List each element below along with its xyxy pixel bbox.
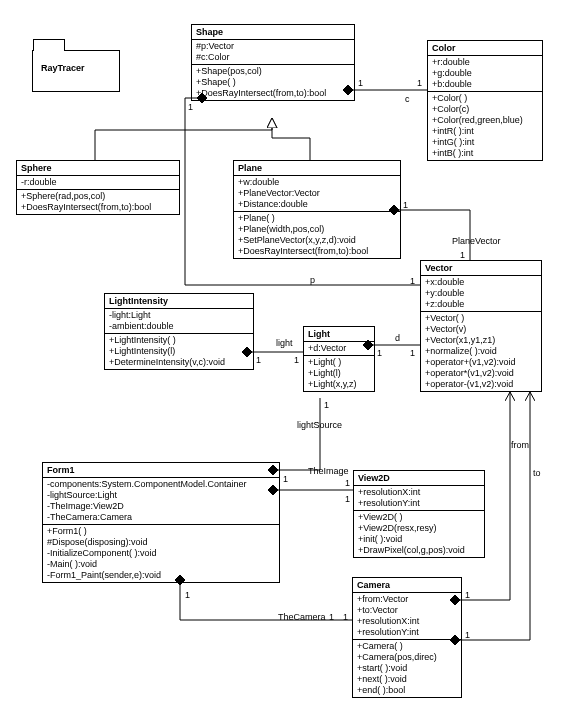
lbl-one: 1	[329, 612, 334, 622]
lbl-one: 1	[324, 400, 329, 410]
class-sphere-attrs: -r:double	[17, 176, 179, 190]
class-color: Color +r:double +g:double +b:double +Col…	[427, 40, 543, 161]
lbl-thecamera: TheCamera	[278, 612, 326, 622]
lbl-c: c	[405, 94, 410, 104]
lbl-one: 1	[465, 590, 470, 600]
class-form1-name: Form1	[43, 463, 279, 478]
class-form1-attrs: -components:System.ComponentModel.Contai…	[43, 478, 279, 525]
class-plane-attrs: +w:double +PlaneVector:Vector +Distance:…	[234, 176, 400, 212]
lbl-one: 1	[377, 348, 382, 358]
class-color-ops: +Color( ) +Color(c) +Color(red,green,blu…	[428, 92, 542, 160]
class-shape-attrs: #p:Vector #c:Color	[192, 40, 354, 65]
lbl-lightsource: lightSource	[297, 420, 342, 430]
lbl-from: from	[511, 440, 529, 450]
lbl-planevector: PlaneVector	[452, 236, 501, 246]
class-sphere-ops: +Sphere(rad,pos,col) +DoesRayIntersect(f…	[17, 190, 179, 214]
lbl-one: 1	[417, 78, 422, 88]
class-sphere: Sphere -r:double +Sphere(rad,pos,col) +D…	[16, 160, 180, 215]
class-lightintensity-attrs: -light:Light -ambient:double	[105, 309, 253, 334]
package-raytracer: RayTracer	[32, 50, 120, 92]
lbl-one: 1	[283, 474, 288, 484]
lbl-p: p	[310, 275, 315, 285]
class-form1-ops: +Form1( ) #Dispose(disposing):void -Init…	[43, 525, 279, 582]
lbl-one: 1	[410, 276, 415, 286]
lbl-one: 1	[465, 630, 470, 640]
lbl-one: 1	[345, 494, 350, 504]
class-camera: Camera +from:Vector +to:Vector +resoluti…	[352, 577, 462, 698]
lbl-theimage: TheImage	[308, 466, 349, 476]
class-view2d: View2D +resolutionX:int +resolutionY:int…	[353, 470, 485, 558]
class-lightintensity-name: LightIntensity	[105, 294, 253, 309]
lbl-one: 1	[403, 200, 408, 210]
class-camera-name: Camera	[353, 578, 461, 593]
class-sphere-name: Sphere	[17, 161, 179, 176]
lbl-one: 1	[460, 250, 465, 260]
lbl-one: 1	[358, 78, 363, 88]
class-shape-ops: +Shape(pos,col) +Shape( ) +DoesRayInters…	[192, 65, 354, 100]
class-lightintensity: LightIntensity -light:Light -ambient:dou…	[104, 293, 254, 370]
class-camera-attrs: +from:Vector +to:Vector +resolutionX:int…	[353, 593, 461, 640]
class-shape-name: Shape	[192, 25, 354, 40]
class-vector-attrs: +x:double +y:double +z:double	[421, 276, 541, 312]
lbl-light: light	[276, 338, 293, 348]
lbl-one: 1	[185, 590, 190, 600]
lbl-one: 1	[294, 355, 299, 365]
class-camera-ops: +Camera( ) +Camera(pos,direc) +start( ):…	[353, 640, 461, 697]
class-lightintensity-ops: +LightIntensity( ) +LightIntensity(l) +D…	[105, 334, 253, 369]
class-vector: Vector +x:double +y:double +z:double +Ve…	[420, 260, 542, 392]
class-light-name: Light	[304, 327, 374, 342]
class-light-ops: +Light( ) +Light(l) +Light(x,y,z)	[304, 356, 374, 391]
class-color-attrs: +r:double +g:double +b:double	[428, 56, 542, 92]
lbl-one: 1	[256, 355, 261, 365]
class-vector-ops: +Vector( ) +Vector(v) +Vector(x1,y1,z1) …	[421, 312, 541, 391]
lbl-one: 1	[188, 102, 193, 112]
class-form1: Form1 -components:System.ComponentModel.…	[42, 462, 280, 583]
lbl-one: 1	[345, 478, 350, 488]
class-vector-name: Vector	[421, 261, 541, 276]
package-tab	[33, 39, 65, 51]
class-light: Light +d:Vector +Light( ) +Light(l) +Lig…	[303, 326, 375, 392]
class-color-name: Color	[428, 41, 542, 56]
package-name: RayTracer	[33, 51, 119, 85]
class-plane-ops: +Plane( ) +Plane(width,pos,col) +SetPlan…	[234, 212, 400, 258]
class-view2d-attrs: +resolutionX:int +resolutionY:int	[354, 486, 484, 511]
class-light-attrs: +d:Vector	[304, 342, 374, 356]
class-view2d-name: View2D	[354, 471, 484, 486]
class-plane-name: Plane	[234, 161, 400, 176]
class-plane: Plane +w:double +PlaneVector:Vector +Dis…	[233, 160, 401, 259]
lbl-to: to	[533, 468, 541, 478]
class-shape: Shape #p:Vector #c:Color +Shape(pos,col)…	[191, 24, 355, 101]
lbl-d: d	[395, 333, 400, 343]
lbl-one: 1	[410, 348, 415, 358]
lbl-one: 1	[343, 612, 348, 622]
class-view2d-ops: +View2D( ) +View2D(resx,resy) +init( ):v…	[354, 511, 484, 557]
